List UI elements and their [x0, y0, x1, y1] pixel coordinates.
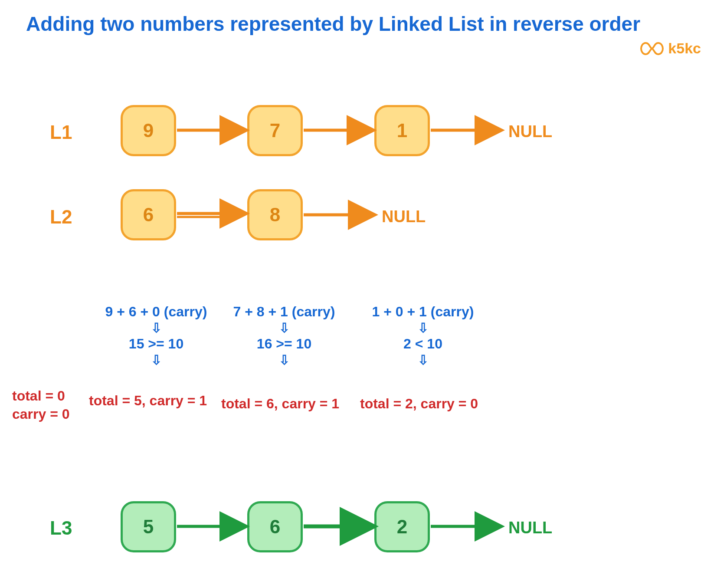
- l1-node-1: 7: [247, 105, 303, 156]
- brand-text: k5kc: [668, 40, 701, 57]
- l2-node-1-value: 8: [270, 204, 280, 226]
- l2-node-0: 6: [121, 189, 176, 240]
- init-carry: carry = 0: [12, 405, 70, 424]
- arrows-layer-top: [0, 0, 727, 588]
- step-2-expr: 1 + 0 + 1 (carry): [360, 304, 486, 320]
- brand-logo-icon: [640, 41, 664, 56]
- initial-totals: total = 0 carry = 0: [12, 387, 70, 423]
- l3-node-1-value: 6: [270, 516, 280, 538]
- l3-node-0-value: 5: [143, 516, 154, 538]
- brand-badge: k5kc: [640, 40, 701, 57]
- step-2-result: total = 2, carry = 0: [360, 396, 478, 412]
- down-arrow-icon: ⇩: [360, 321, 486, 335]
- step-1-cmp: 16 >= 10: [221, 336, 347, 352]
- down-arrow-icon: ⇩: [93, 353, 219, 367]
- step-1-expr: 7 + 8 + 1 (carry): [221, 304, 347, 320]
- l3-node-2: 2: [374, 501, 430, 552]
- l3-node-2-value: 2: [397, 516, 407, 538]
- l2-node-0-value: 6: [143, 204, 154, 226]
- l1-node-2: 1: [374, 105, 430, 156]
- step-0-result: total = 5, carry = 1: [89, 393, 207, 409]
- step-0: 9 + 6 + 0 (carry) ⇩ 15 >= 10 ⇩: [93, 304, 219, 368]
- l2-null: NULL: [382, 207, 426, 226]
- step-1: 7 + 8 + 1 (carry) ⇩ 16 >= 10 ⇩: [221, 304, 347, 368]
- down-arrow-icon: ⇩: [93, 321, 219, 335]
- l1-node-1-value: 7: [270, 120, 280, 141]
- down-arrow-icon: ⇩: [221, 353, 347, 367]
- step-1-result: total = 6, carry = 1: [221, 396, 339, 412]
- l1-node-2-value: 1: [397, 120, 407, 141]
- l3-null: NULL: [508, 519, 552, 537]
- step-0-expr: 9 + 6 + 0 (carry): [93, 304, 219, 320]
- l1-null: NULL: [508, 122, 552, 141]
- l1-label: L1: [50, 122, 72, 143]
- page-title: Adding two numbers represented by Linked…: [26, 12, 640, 36]
- down-arrow-icon: ⇩: [360, 353, 486, 367]
- l3-node-0: 5: [121, 501, 176, 552]
- l3-label: L3: [50, 517, 72, 539]
- step-2-cmp: 2 < 10: [360, 336, 486, 352]
- l3-node-1: 6: [247, 501, 303, 552]
- arrows-layer-bottom: [0, 0, 727, 588]
- down-arrow-icon: ⇩: [221, 321, 347, 335]
- l2-label: L2: [50, 206, 72, 228]
- step-2: 1 + 0 + 1 (carry) ⇩ 2 < 10 ⇩: [360, 304, 486, 368]
- step-0-cmp: 15 >= 10: [93, 336, 219, 352]
- l2-node-1: 8: [247, 189, 303, 240]
- l1-node-0: 9: [121, 105, 176, 156]
- init-total: total = 0: [12, 387, 70, 405]
- l1-node-0-value: 9: [143, 120, 154, 141]
